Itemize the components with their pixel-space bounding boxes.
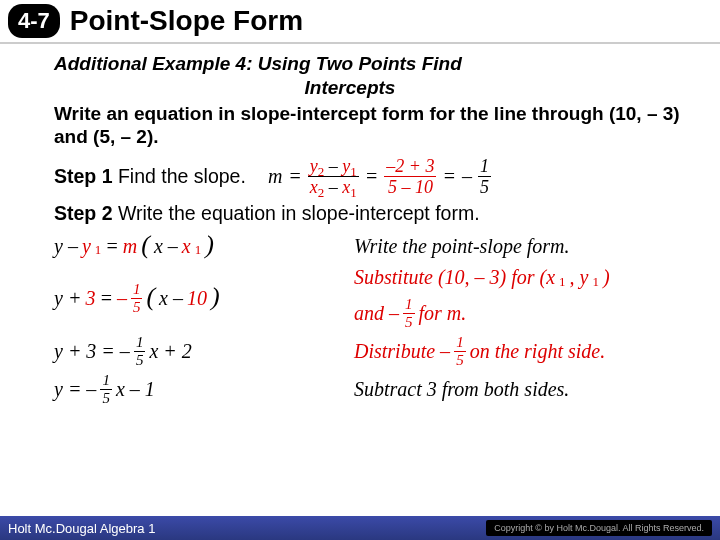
- note-r4: Subtract 3 from both sides.: [354, 378, 686, 401]
- eq-r4: y = – 15 x – 1: [54, 373, 354, 406]
- r3d: x + 2: [149, 340, 191, 363]
- r2b: 3: [85, 287, 95, 310]
- num3: 1: [478, 157, 491, 177]
- r1h: x: [182, 235, 191, 258]
- step1-row: Step 1 Find the slope. m = y2 – y1 x2 – …: [54, 157, 686, 196]
- note-r3: Distribute – 15 on the right side.: [354, 335, 686, 368]
- r2d: –: [117, 287, 127, 310]
- n2a: Substitute (10, – 3) for (x: [354, 266, 555, 289]
- x1sub: 1: [350, 185, 357, 200]
- slope-result-frac: 1 5: [478, 157, 491, 196]
- r1i: 1: [195, 242, 202, 258]
- work-area: y – y1 = m ( x – x1 ) Write the point-sl…: [54, 231, 686, 406]
- num2: –2 + 3: [384, 157, 436, 177]
- m1: –: [324, 156, 342, 176]
- r1c: 1: [95, 242, 102, 258]
- r1f: (: [141, 230, 150, 260]
- footer-copyright: Copyright © by Holt Mc.Dougal. All Right…: [486, 520, 712, 536]
- lesson-badge: 4-7: [8, 4, 60, 38]
- r4c: 5: [100, 390, 112, 406]
- step1: Step 1 Find the slope.: [54, 165, 246, 188]
- eq1: =: [288, 165, 302, 188]
- n3fn: 1: [454, 335, 466, 352]
- x2: x: [310, 177, 318, 197]
- x2sub: 2: [318, 185, 325, 200]
- n3fd: 5: [454, 352, 466, 368]
- step1-label: Step 1: [54, 165, 113, 187]
- n3b: on the right side.: [470, 340, 606, 363]
- footer-brand: Holt Mc.Dougal Algebra 1: [8, 521, 155, 536]
- r4b: 1: [100, 373, 112, 390]
- n2d: and –: [354, 302, 399, 325]
- slope-values-frac: –2 + 3 5 – 10: [384, 157, 436, 196]
- slope-calc: m = y2 – y1 x2 – x1 = –2 + 3 5 – 10 = – …: [268, 157, 491, 196]
- step2: Step 2 Write the equation in slope-inter…: [54, 202, 686, 225]
- row2: y + 3 = – 15 ( x – 10 ) Substitute (10, …: [54, 266, 686, 330]
- eq-r3: y + 3 = – 15 x + 2: [54, 335, 354, 368]
- n2frac: 15: [403, 297, 415, 330]
- content: Additional Example 4: Using Two Points F…: [0, 44, 720, 406]
- footer: Holt Mc.Dougal Algebra 1 Copyright © by …: [0, 516, 720, 540]
- r2c: =: [99, 287, 113, 310]
- r2f: 5: [131, 299, 143, 315]
- eq-r2: y + 3 = – 15 ( x – 10 ): [54, 282, 354, 315]
- header: 4-7 Point-Slope Form: [0, 0, 720, 44]
- example-prompt: Write an equation in slope-intercept for…: [54, 102, 686, 150]
- r1e: m: [123, 235, 137, 258]
- y2: y: [310, 156, 318, 176]
- eq-r1: y – y1 = m ( x – x1 ): [54, 231, 354, 261]
- row3: y + 3 = – 15 x + 2 Distribute – 15 on th…: [54, 335, 686, 368]
- page-title: Point-Slope Form: [70, 5, 303, 37]
- r4a: y = –: [54, 378, 96, 401]
- den2: 5 – 10: [386, 177, 435, 196]
- n2s1: 1: [559, 274, 566, 290]
- r2h: x –: [159, 287, 183, 310]
- n2fd: 5: [403, 314, 415, 330]
- step1-text: Find the slope.: [118, 165, 246, 187]
- neg1: –: [462, 165, 472, 188]
- n2fn: 1: [403, 297, 415, 314]
- m2: –: [324, 177, 342, 197]
- example-title: Additional Example 4: Using Two Points F…: [54, 52, 686, 100]
- row4: y = – 15 x – 1 Subtract 3 from both side…: [54, 373, 686, 406]
- r3frac: 15: [134, 335, 146, 368]
- slope-formula-frac: y2 – y1 x2 – x1: [308, 157, 359, 196]
- n2s2: 1: [592, 274, 599, 290]
- r4frac: 15: [100, 373, 112, 406]
- r1g: x –: [154, 235, 178, 258]
- r2a: y +: [54, 287, 81, 310]
- r2e: 1: [131, 282, 143, 299]
- r2g: (: [146, 282, 155, 312]
- eq2: =: [365, 165, 379, 188]
- r2i: 10: [187, 287, 207, 310]
- r4d: x – 1: [116, 378, 155, 401]
- note-r1: Write the point-slope form.: [354, 235, 686, 258]
- step2-text: Write the equation in slope-intercept fo…: [118, 202, 480, 224]
- n3frac: 15: [454, 335, 466, 368]
- r1j: ): [205, 230, 214, 260]
- r3a: y + 3 = –: [54, 340, 130, 363]
- n2b: , y: [570, 266, 589, 289]
- note-r2: Substitute (10, – 3) for (x1 , y1 ) and …: [354, 266, 686, 330]
- step2-label: Step 2: [54, 202, 113, 224]
- example-title-line2: Intercepts: [14, 76, 686, 100]
- example-title-line1: Additional Example 4: Using Two Points F…: [54, 53, 462, 74]
- eq3: =: [442, 165, 456, 188]
- r2frac: 15: [131, 282, 143, 315]
- y2sub: 2: [318, 164, 325, 179]
- n3a: Distribute –: [354, 340, 450, 363]
- r3b: 1: [134, 335, 146, 352]
- y1sub: 1: [350, 164, 357, 179]
- den3: 5: [478, 177, 491, 196]
- r1a: y –: [54, 235, 78, 258]
- r2j: ): [211, 282, 220, 312]
- r1d: =: [105, 235, 119, 258]
- row1: y – y1 = m ( x – x1 ) Write the point-sl…: [54, 231, 686, 261]
- m-var: m: [268, 165, 282, 188]
- n2c: ): [603, 266, 610, 289]
- n2e: for m.: [419, 302, 467, 325]
- r1b: y: [82, 235, 91, 258]
- r3c: 5: [134, 352, 146, 368]
